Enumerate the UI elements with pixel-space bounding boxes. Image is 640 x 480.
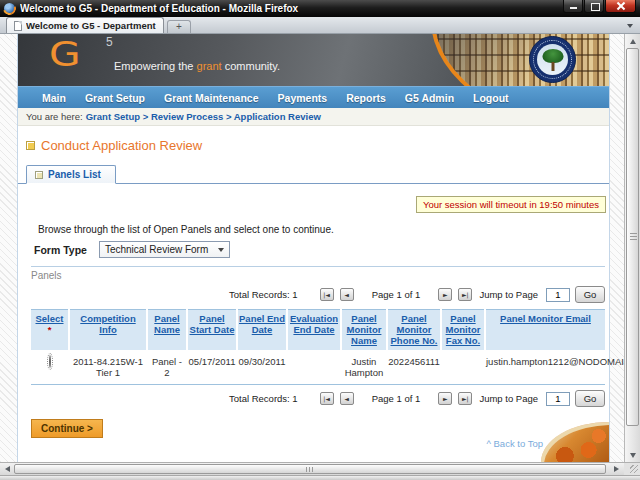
header-select: Select* xyxy=(31,310,69,352)
previous-page-button[interactable]: ◄ xyxy=(340,392,354,405)
cell-select xyxy=(31,351,69,385)
pagination-top: Total Records: 1 |◄ ◄ Page 1 of 1 ► ►| J… xyxy=(31,286,605,303)
web-page: G 5 Empowering the grant community. Main… xyxy=(17,34,610,462)
window-titlebar: Welcome to G5 - Department of Education … xyxy=(0,0,640,17)
tagline-post: community. xyxy=(222,60,280,72)
close-button[interactable] xyxy=(605,0,636,13)
bullet-icon xyxy=(26,141,35,150)
browser-tab[interactable]: Welcome to G5 - Department of Edu... xyxy=(6,17,164,33)
header-panel-end-date: Panel End Date xyxy=(237,310,287,352)
first-page-button[interactable]: |◄ xyxy=(320,392,334,405)
tagline: Empowering the grant community. xyxy=(114,60,280,72)
next-page-button[interactable]: ► xyxy=(438,288,452,301)
cell-panel-monitor-fax xyxy=(441,351,485,385)
cell-panel-monitor-phone: 2022456111 xyxy=(387,351,441,385)
cell-panel-start-date: 05/17/2011 xyxy=(187,351,237,385)
tagline-highlight: grant xyxy=(197,60,222,72)
tab-title: Welcome to G5 - Department of Edu... xyxy=(26,20,156,31)
back-to-top-link[interactable]: ^ Back to Top xyxy=(486,438,543,449)
vertical-scrollbar-thumb[interactable] xyxy=(626,48,639,426)
header-panel-monitor-email: Panel Monitor Email xyxy=(485,310,605,352)
content-tabs-row: Panels List xyxy=(18,165,609,184)
seal-trunk xyxy=(551,62,554,71)
panels-table: Select* Competition Info Panel Name Pane… xyxy=(31,309,605,385)
panel-select-radio[interactable] xyxy=(49,355,51,368)
header-panel-monitor-name: Panel Monitor Name xyxy=(341,310,387,352)
first-page-button[interactable]: |◄ xyxy=(320,288,334,301)
horizontal-scrollbar[interactable] xyxy=(0,462,640,475)
previous-page-button[interactable]: ◄ xyxy=(340,288,354,301)
session-timeout-message: Your session will timeout in 19:50 minut… xyxy=(416,196,606,213)
breadcrumb-path[interactable]: Grant Setup > Review Process > Applicati… xyxy=(86,111,321,122)
nav-item-g5-admin[interactable]: G5 Admin xyxy=(405,92,454,104)
tab-list-dropdown-button[interactable] xyxy=(623,19,637,31)
resize-grip[interactable] xyxy=(624,463,640,475)
g5-logo: G xyxy=(49,37,81,71)
new-tab-button[interactable]: + xyxy=(167,20,191,33)
cell-competition-info: 2011-84.215W-1 Tier 1 xyxy=(69,351,147,385)
breadcrumb-prefix: You are here: xyxy=(26,111,83,122)
down-arrow-icon xyxy=(630,453,636,458)
instruction-text: Browse through the list of Open Panels a… xyxy=(38,224,609,235)
continue-button[interactable]: Continue > xyxy=(31,419,103,438)
left-arrow-icon xyxy=(5,466,10,472)
corner-decoration-image xyxy=(541,422,609,462)
vertical-scrollbar[interactable] xyxy=(624,34,640,462)
seal-tree xyxy=(542,49,563,63)
header-panel-monitor-fax: Panel Monitor Fax No. xyxy=(441,310,485,352)
cell-panel-end-date: 09/30/2011 xyxy=(237,351,287,385)
total-records-label: Total Records: 1 xyxy=(229,289,298,300)
last-page-button[interactable]: ►| xyxy=(458,392,472,405)
go-button[interactable]: Go xyxy=(575,286,605,303)
maximize-button[interactable] xyxy=(584,0,604,13)
nav-item-logout[interactable]: Logout xyxy=(473,92,509,104)
page-title-row: Conduct Application Review xyxy=(18,126,609,153)
cell-panel-monitor-email: justin.hampton1212@NODOMAIN xyxy=(485,351,605,385)
nav-item-reports[interactable]: Reports xyxy=(346,92,386,104)
breadcrumb: You are here: Grant Setup > Review Proce… xyxy=(18,108,609,126)
tagline-pre: Empowering the xyxy=(114,60,197,72)
tab-bar: Welcome to G5 - Department of Edu... + xyxy=(0,17,640,34)
jump-to-page-label: Jump to Page xyxy=(479,289,538,300)
form-type-select[interactable]: Technical Review Form xyxy=(99,241,230,258)
cell-evaluation-end-date xyxy=(287,351,341,385)
form-type-row: Form Type Technical Review Form xyxy=(34,241,609,258)
horizontal-scrollbar-thumb[interactable] xyxy=(14,464,606,474)
tab-panels-list[interactable]: Panels List xyxy=(26,165,116,184)
jump-to-page-input[interactable] xyxy=(546,288,570,302)
firefox-icon xyxy=(4,3,15,14)
scroll-up-button[interactable] xyxy=(625,34,640,48)
up-arrow-icon xyxy=(630,39,636,44)
next-page-button[interactable]: ► xyxy=(438,392,452,405)
nav-item-payments[interactable]: Payments xyxy=(278,92,328,104)
tab-panels-list-label: Panels List xyxy=(48,169,101,180)
main-nav: Main Grant Setup Grant Maintenance Payme… xyxy=(18,86,609,108)
table-row: 2011-84.215W-1 Tier 1 Panel - 2 05/17/20… xyxy=(31,351,605,385)
window-title: Welcome to G5 - Department of Education … xyxy=(20,3,559,14)
header-panel-start-date: Panel Start Date xyxy=(187,310,237,352)
dropdown-arrow-icon xyxy=(218,248,224,252)
panels-list-icon xyxy=(35,171,43,179)
status-bar xyxy=(0,475,640,480)
site-banner: G 5 Empowering the grant community. xyxy=(18,34,609,86)
cell-panel-name: Panel - 2 xyxy=(147,351,187,385)
browser-window: Welcome to G5 - Department of Education … xyxy=(0,0,640,480)
page-indicator: Page 1 of 1 xyxy=(372,393,421,404)
nav-item-main[interactable]: Main xyxy=(42,92,66,104)
scroll-down-button[interactable] xyxy=(625,448,640,462)
last-page-button[interactable]: ►| xyxy=(458,288,472,301)
minimize-button[interactable] xyxy=(563,0,583,13)
panels-section-label: Panels xyxy=(31,270,609,281)
go-button[interactable]: Go xyxy=(575,390,605,407)
nav-item-grant-maintenance[interactable]: Grant Maintenance xyxy=(164,92,259,104)
scroll-right-button[interactable] xyxy=(609,463,623,475)
window-controls xyxy=(563,0,636,13)
nav-item-grant-setup[interactable]: Grant Setup xyxy=(85,92,145,104)
form-type-label: Form Type xyxy=(34,244,87,256)
total-records-label: Total Records: 1 xyxy=(229,393,298,404)
page-icon xyxy=(14,21,22,31)
g5-logo-5: 5 xyxy=(106,35,113,49)
right-arrow-icon xyxy=(614,466,619,472)
jump-to-page-input[interactable] xyxy=(546,392,570,406)
scroll-left-button[interactable] xyxy=(0,463,14,475)
